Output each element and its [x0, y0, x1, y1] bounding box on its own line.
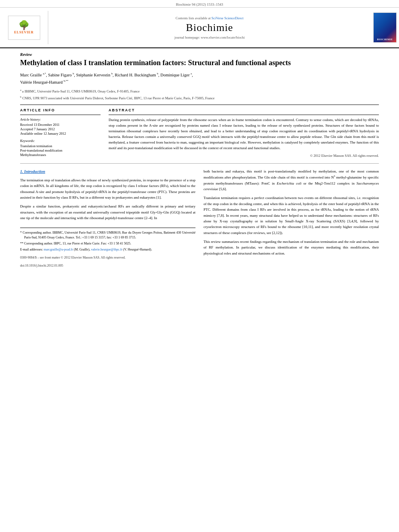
- copyright-line: © 2012 Elsevier Masson SAS. All rights r…: [109, 154, 379, 158]
- aff-sup-b: b: [20, 95, 21, 98]
- article-title: Methylation of class I translation termi…: [20, 58, 379, 68]
- footnote-star2-text: ** Corresponding author. IBPC, 13, rue P…: [20, 242, 131, 245]
- left-column: 1. Introduction The termination step of …: [20, 168, 195, 269]
- email-link-1[interactable]: marcgraille@u-psud.fr: [44, 248, 73, 251]
- cover-journal-name: BIOCHIMIE: [377, 38, 393, 41]
- keyword-3: Methyltransferases: [20, 153, 101, 157]
- right-paragraph-2: Translation termination requires a perfe…: [204, 195, 379, 236]
- abstract-divider: [109, 115, 379, 115]
- cover-image: BIOCHIMIE: [373, 12, 397, 43]
- footnote-email-text: E-mail addresses: marcgraille@u-psud.fr …: [20, 248, 152, 251]
- homepage-text: journal homepage: www.elsevier.com/locat…: [175, 35, 245, 39]
- affiliation-b: b CNRS, UPR 9073 associated with Univers…: [20, 95, 379, 101]
- article-info-panel: ARTICLE INFO Article history: Received 1…: [20, 108, 101, 158]
- author-sup-a: a,*: [43, 72, 46, 75]
- abstract-text: During protein synthesis, release of pol…: [109, 117, 379, 151]
- affiliation-b-text: CNRS, UPR 9073 associated with Universit…: [22, 96, 214, 100]
- available-date: Available online 12 January 2012: [20, 131, 101, 136]
- journal-title: Biochimie: [186, 22, 233, 34]
- footnotes: * Corresponding author. IBBMC, Universit…: [20, 228, 195, 269]
- and-text: and: [315, 225, 320, 229]
- keyword-1: Translation termination: [20, 144, 101, 148]
- intro-heading: 1. Introduction: [20, 168, 195, 175]
- intro-paragraph-1: The termination step of translation allo…: [20, 177, 195, 201]
- affiliations: a a IBBMC, Université Paris-Sud 11, CNRS…: [20, 88, 379, 101]
- journal-homepage: journal homepage: www.elsevier.com/locat…: [175, 35, 245, 39]
- article-info-abstract: ARTICLE INFO Article history: Received 1…: [20, 105, 379, 158]
- body-columns: 1. Introduction The termination step of …: [20, 168, 379, 269]
- sciverse-link[interactable]: SciVerse ScienceDirect: [212, 16, 244, 20]
- open-access-text: 0300-9084/$ – see front matter © 2012 El…: [20, 256, 125, 259]
- author-sup-b2: b: [111, 72, 113, 75]
- keywords-label: Keywords:: [20, 139, 101, 143]
- journal-center: Contents lists available at SciVerse Sci…: [48, 11, 371, 44]
- journal-citation: Biochimie 94 (2012) 1533–1543: [176, 2, 223, 6]
- footnote-email: E-mail addresses: marcgraille@u-psud.fr …: [20, 247, 195, 252]
- elsevier-wordmark: ELSEVIER: [14, 31, 33, 34]
- authors-line: Marc Graille a,*, Sabine Figaro b, Stéph…: [20, 72, 379, 86]
- sciverse-text: Contents lists available at: [176, 16, 211, 20]
- accepted-date: Accepted 7 January 2012: [20, 127, 101, 131]
- author-sup-a2: a: [191, 72, 192, 75]
- journal-header: 🌳 ELSEVIER Contents lists available at S…: [0, 8, 399, 48]
- footnote-star1-text: * Corresponding author. IBBMC, Universit…: [20, 231, 195, 239]
- doi-line: doi:10.1016/j.biochi.2012.01.005: [20, 263, 195, 269]
- abstract-title: ABSTRACT: [109, 108, 379, 112]
- right-column: both bacteria and eukarya, this motif is…: [204, 168, 379, 269]
- article-history-label: Article history:: [20, 117, 101, 121]
- doi-text: doi:10.1016/j.biochi.2012.01.005: [20, 264, 63, 267]
- intro-paragraph-2: Despite a similar function, prokaryotic …: [20, 203, 195, 221]
- email-link-2[interactable]: valerie.heurgue@ibpc.fr: [91, 248, 122, 251]
- keyword-2: Post-translational modification: [20, 148, 101, 152]
- author-sup-b4: b,**: [64, 79, 68, 82]
- section-type-label: Review: [20, 52, 379, 57]
- elsevier-logo: 🌳 ELSEVIER: [0, 11, 48, 44]
- elsevier-tree-icon: 🌳: [19, 21, 29, 30]
- footnote-star2: ** Corresponding author. IBPC, 13, rue P…: [20, 241, 195, 246]
- right-paragraph-3: This review summarizes recent findings r…: [204, 239, 379, 256]
- affiliation-a: a a IBBMC, Université Paris-Sud 11, CNRS…: [20, 88, 379, 94]
- aff-sup-a: a: [20, 88, 21, 91]
- sciverse-line: Contents lists available at SciVerse Sci…: [176, 16, 244, 20]
- main-content: Review Methylation of class I translatio…: [0, 48, 399, 273]
- section-divider: [20, 163, 379, 164]
- article-info-divider: [20, 115, 101, 115]
- open-access-line: 0300-9084/$ – see front matter © 2012 El…: [20, 255, 195, 261]
- received-date: Received 13 December 2011: [20, 123, 101, 127]
- citation-bar: Biochimie 94 (2012) 1533–1543: [0, 0, 399, 8]
- elsevier-logo-box: 🌳 ELSEVIER: [8, 16, 40, 40]
- journal-cover: BIOCHIMIE: [371, 11, 399, 44]
- footnote-star1: * Corresponding author. IBBMC, Universit…: [20, 230, 195, 240]
- article-info-title: ARTICLE INFO: [20, 108, 101, 112]
- author-sup-b3: b: [157, 72, 158, 75]
- author-sup-b1: b: [73, 72, 74, 75]
- right-paragraph-1: both bacteria and eukarya, this motif is…: [204, 168, 379, 192]
- abstract-panel: ABSTRACT During protein synthesis, relea…: [109, 108, 379, 158]
